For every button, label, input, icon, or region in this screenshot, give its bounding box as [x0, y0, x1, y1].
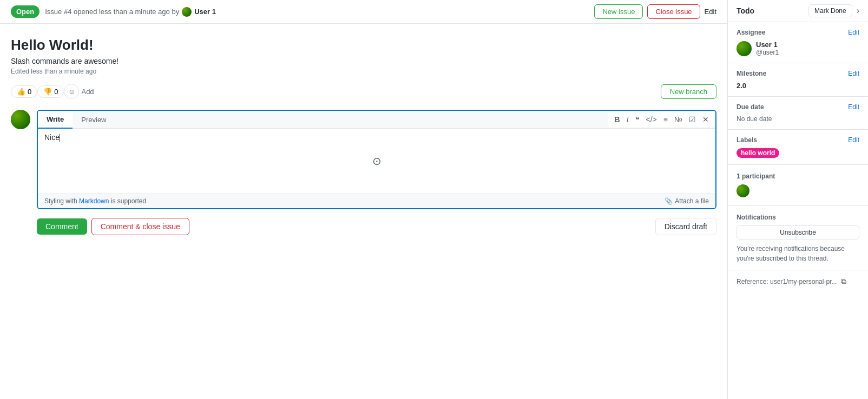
chevron-right-icon[interactable]: ›	[857, 6, 859, 16]
labels-edit-link[interactable]: Edit	[848, 136, 859, 144]
comment-editor: Write Preview B I ❝ </> ≡ № ☑	[37, 110, 716, 209]
due-date-edit-link[interactable]: Edit	[848, 103, 859, 111]
labels-header: Labels Edit	[737, 136, 859, 144]
hello-world-label[interactable]: hello world	[737, 148, 779, 158]
sidebar-header: Todo Mark Done ›	[728, 0, 868, 22]
italic-button[interactable]: I	[624, 114, 631, 125]
participants-count: 1 participant	[737, 172, 775, 180]
checklist-button[interactable]: ☑	[687, 114, 698, 125]
issue-body: Hello World! Slash commands are awesome!…	[11, 24, 716, 244]
assignee-info: User 1 @user1	[737, 41, 859, 56]
author-username: User 1	[194, 8, 216, 16]
labels-section: Labels Edit hello world	[728, 130, 868, 165]
editor-text: Nice	[44, 133, 60, 142]
text-cursor	[60, 134, 60, 142]
bold-button[interactable]: B	[613, 114, 622, 125]
issue-meta: Issue #4 opened less than a minute ago b…	[45, 7, 594, 17]
due-date-header: Due date Edit	[737, 103, 859, 111]
header-actions: New issue Close issue Edit	[594, 4, 716, 19]
assignee-details: User 1 @user1	[756, 41, 779, 56]
thumbs-down-count: 0	[54, 88, 58, 96]
notification-info: You're receiving notifications because y…	[737, 244, 859, 263]
markdown-support-text: Styling with Markdown is supported	[44, 197, 146, 205]
thumbs-up-button[interactable]: 👍 0	[11, 85, 37, 98]
main-content: Hello World! Slash commands are awesome!…	[0, 24, 727, 399]
thumbs-up-count: 0	[28, 88, 31, 96]
copy-icon[interactable]: ⧉	[841, 277, 846, 285]
assignee-header: Assignee Edit	[737, 29, 859, 36]
write-tab[interactable]: Write	[38, 111, 73, 129]
editor-toolbar: B I ❝ </> ≡ № ☑ ✕	[608, 112, 715, 127]
assignee-handle: @user1	[756, 49, 779, 56]
new-branch-button[interactable]: New branch	[661, 84, 716, 99]
participant-avatar	[737, 184, 749, 197]
due-date-value: No due date	[737, 115, 859, 123]
reference-text: Reference: user1/my-personal-pr...	[737, 278, 837, 285]
add-reaction-button[interactable]: ☺	[64, 84, 79, 99]
assignee-edit-link[interactable]: Edit	[848, 29, 859, 36]
todo-title: Todo	[737, 6, 804, 15]
user-avatar-small	[182, 7, 192, 17]
add-reaction-label: Add	[81, 88, 94, 96]
edit-button[interactable]: Edit	[705, 8, 716, 16]
milestone-value: 2.0	[737, 82, 859, 90]
supported-text: is supported	[111, 197, 146, 205]
thumbs-down-button[interactable]: 👎 0	[37, 85, 64, 98]
open-badge: Open	[11, 5, 40, 18]
code-button[interactable]: </>	[644, 114, 659, 125]
milestone-section: Milestone Edit 2.0	[728, 63, 868, 97]
issue-meta-text: Issue #4 opened less than a minute ago b…	[45, 8, 179, 16]
markdown-link[interactable]: Markdown	[79, 197, 109, 205]
assignee-name: User 1	[756, 41, 779, 49]
assignee-avatar	[737, 41, 752, 56]
comment-section: Write Preview B I ❝ </> ≡ № ☑	[11, 110, 716, 209]
comment-button[interactable]: Comment	[37, 218, 87, 235]
comment-close-button[interactable]: Comment & close issue	[91, 218, 189, 235]
preview-tab[interactable]: Preview	[73, 111, 115, 128]
new-issue-button[interactable]: New issue	[594, 4, 643, 19]
milestone-title: Milestone	[737, 70, 766, 77]
due-date-section: Due date Edit No due date	[728, 97, 868, 130]
attach-file-button[interactable]: 📎 Attach a file	[665, 197, 709, 205]
close-issue-button[interactable]: Close issue	[647, 4, 700, 19]
assignee-title: Assignee	[737, 29, 765, 36]
unsubscribe-button[interactable]: Unsubscribe	[737, 225, 859, 240]
editor-footer: Styling with Markdown is supported 📎 Att…	[38, 194, 715, 208]
milestone-edit-link[interactable]: Edit	[848, 70, 859, 77]
unordered-list-button[interactable]: ≡	[661, 114, 670, 125]
styling-text: Styling with	[44, 197, 77, 205]
paperclip-icon: 📎	[665, 197, 673, 205]
close-editor-button[interactable]: ✕	[700, 114, 711, 125]
notifications-section: Notifications Unsubscribe You're receivi…	[728, 206, 868, 270]
issue-edited: Edited less than a minute ago	[11, 68, 716, 75]
discard-draft-button[interactable]: Discard draft	[655, 218, 716, 235]
editor-tabs: Write Preview	[38, 111, 115, 128]
editor-content[interactable]: Nice ⊙	[38, 129, 715, 194]
participants-section: 1 participant	[728, 165, 868, 206]
ordered-list-button[interactable]: №	[672, 114, 685, 125]
due-date-title: Due date	[737, 103, 764, 111]
commenter-avatar	[11, 110, 30, 129]
assignee-section: Assignee Edit User 1 @user1	[728, 22, 868, 63]
labels-title: Labels	[737, 136, 757, 144]
comment-actions: Comment Comment & close issue Discard dr…	[37, 218, 716, 235]
mark-done-button[interactable]: Mark Done	[808, 4, 852, 17]
issue-description: Slash commands are awesome!	[11, 57, 716, 65]
reference-section: Reference: user1/my-personal-pr... ⧉	[728, 270, 868, 292]
issue-title: Hello World!	[11, 37, 716, 54]
issue-header-bar: Open Issue #4 opened less than a minute …	[0, 0, 727, 24]
milestone-header: Milestone Edit	[737, 70, 859, 77]
quote-button[interactable]: ❝	[633, 114, 642, 125]
cursor-icon: ⊙	[372, 155, 382, 168]
thumbs-down-icon: 👎	[43, 88, 52, 96]
sidebar: Todo Mark Done › Assignee Edit User 1 @u…	[727, 0, 868, 399]
reactions-bar: 👍 0 👎 0 ☺ Add New branch	[11, 84, 716, 99]
notifications-title: Notifications	[737, 214, 776, 221]
thumbs-up-icon: 👍	[17, 88, 25, 96]
smiley-icon: ☺	[68, 88, 76, 96]
attach-label: Attach a file	[675, 197, 709, 205]
